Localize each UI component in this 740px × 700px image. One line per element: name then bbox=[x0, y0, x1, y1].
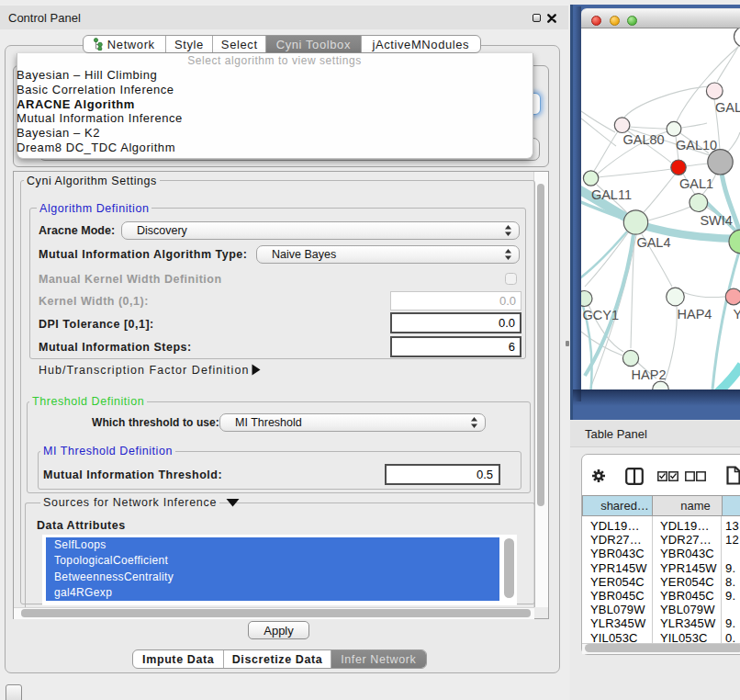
svg-text:GAL4: GAL4 bbox=[636, 235, 670, 250]
svg-text:HAP2: HAP2 bbox=[632, 367, 667, 382]
svg-text:SWI4: SWI4 bbox=[700, 213, 732, 228]
svg-text:GAL1: GAL1 bbox=[679, 176, 713, 191]
svg-text:GCY1: GCY1 bbox=[583, 308, 620, 322]
svg-text:GAL10: GAL10 bbox=[676, 138, 717, 152]
svg-text:GAL2: GAL2 bbox=[715, 100, 740, 115]
svg-text:GAL11: GAL11 bbox=[591, 187, 632, 202]
svg-text:HAP4: HAP4 bbox=[678, 307, 712, 322]
svg-text:GAL80: GAL80 bbox=[623, 132, 665, 147]
svg-text:YL: YL bbox=[733, 307, 740, 322]
